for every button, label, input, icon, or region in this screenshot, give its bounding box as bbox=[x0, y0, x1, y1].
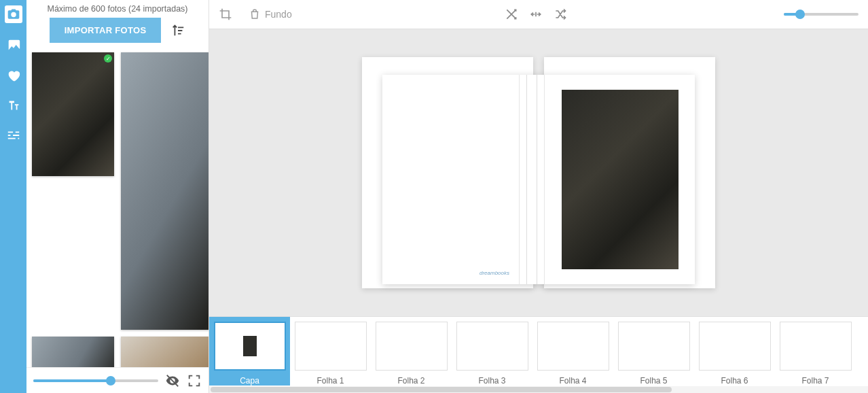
main-editor: Fundo dreambooks bbox=[209, 0, 868, 393]
visibility-off-icon[interactable] bbox=[165, 373, 180, 388]
sliders-icon[interactable] bbox=[6, 128, 21, 143]
page-thumb[interactable]: Folha 2 bbox=[371, 317, 452, 386]
page-thumb[interactable]: Folha 1 bbox=[290, 317, 371, 386]
crop-button[interactable] bbox=[219, 7, 232, 21]
spine[interactable] bbox=[519, 75, 545, 284]
thumbnail-size-slider[interactable] bbox=[33, 379, 158, 382]
page-thumb[interactable]: Folha 5 bbox=[613, 317, 694, 386]
front-cover[interactable] bbox=[545, 75, 695, 284]
page-thumb[interactable]: Folha 7 bbox=[775, 317, 856, 386]
image-icon[interactable] bbox=[6, 38, 21, 53]
page-label: Folha 7 bbox=[801, 376, 829, 386]
page-label: Folha 1 bbox=[317, 376, 344, 386]
page-label: Folha 5 bbox=[640, 376, 667, 386]
editor-canvas[interactable]: dreambooks bbox=[209, 29, 868, 316]
page-thumb[interactable]: Folha 4 bbox=[532, 317, 613, 386]
photos-sidebar: Máximo de 600 fotos (24 importadas) IMPO… bbox=[26, 0, 209, 393]
sort-icon[interactable] bbox=[170, 23, 185, 38]
page-label: Folha 6 bbox=[721, 376, 748, 386]
page-thumb[interactable]: Folha 3 bbox=[452, 317, 532, 386]
book-cover-preview[interactable]: dreambooks bbox=[362, 57, 715, 288]
shuffle-alt-icon[interactable] bbox=[554, 7, 567, 21]
used-badge-icon bbox=[104, 54, 112, 63]
page-thumb[interactable]: Capa bbox=[209, 317, 290, 386]
photo-thumb[interactable] bbox=[121, 52, 209, 330]
background-label: Fundo bbox=[265, 9, 292, 20]
import-photos-button[interactable]: IMPORTAR FOTOS bbox=[50, 18, 162, 43]
photo-grid[interactable] bbox=[26, 48, 209, 367]
photo-thumb[interactable] bbox=[32, 337, 114, 367]
cover-photo[interactable] bbox=[562, 90, 679, 269]
page-label: Folha 3 bbox=[478, 376, 505, 386]
photo-count-label: Máximo de 600 fotos (24 importadas) bbox=[26, 4, 209, 14]
fit-width-icon[interactable] bbox=[529, 7, 543, 21]
background-button[interactable]: Fundo bbox=[249, 8, 292, 20]
text-icon[interactable] bbox=[6, 98, 21, 113]
brand-watermark: dreambooks bbox=[480, 270, 509, 276]
tool-rail bbox=[0, 0, 26, 393]
pages-strip: CapaFolha 1Folha 2Folha 3Folha 4Folha 5F… bbox=[209, 316, 868, 393]
heart-icon[interactable] bbox=[6, 68, 21, 83]
back-cover[interactable]: dreambooks bbox=[382, 75, 519, 284]
camera-icon[interactable] bbox=[5, 5, 22, 23]
zoom-slider[interactable] bbox=[784, 13, 858, 16]
shuffle-icon[interactable] bbox=[505, 7, 518, 21]
fullscreen-icon[interactable] bbox=[187, 373, 202, 388]
pages-track[interactable]: CapaFolha 1Folha 2Folha 3Folha 4Folha 5F… bbox=[209, 317, 868, 386]
page-label: Folha 2 bbox=[397, 376, 424, 386]
pages-scrollbar[interactable] bbox=[209, 386, 868, 393]
editor-toolbar: Fundo bbox=[209, 0, 868, 29]
sidebar-footer bbox=[26, 367, 209, 393]
photo-thumb[interactable] bbox=[32, 52, 114, 176]
photo-thumb[interactable] bbox=[121, 337, 209, 367]
page-thumb[interactable]: Folha 6 bbox=[694, 317, 775, 386]
page-label: Capa bbox=[240, 376, 259, 386]
page-label: Folha 4 bbox=[559, 376, 586, 386]
